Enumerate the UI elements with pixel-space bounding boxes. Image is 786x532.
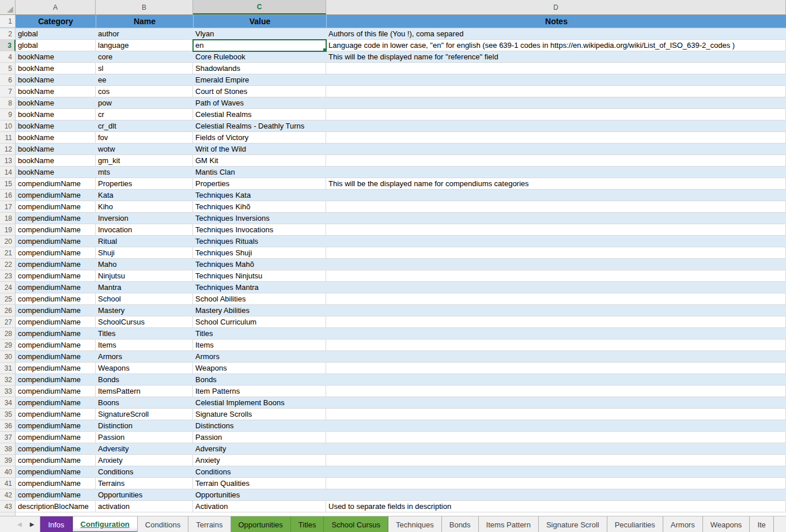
- cell-A41[interactable]: compendiumName: [16, 478, 96, 489]
- cell-D3[interactable]: Language code in lower case, "en" for en…: [326, 40, 786, 51]
- sheet-tab-peculiarities[interactable]: Peculiarities: [607, 516, 663, 532]
- cell-D24[interactable]: [326, 282, 786, 293]
- cell-A28[interactable]: compendiumName: [16, 328, 96, 339]
- cell-C6[interactable]: Emerald Empire: [193, 74, 326, 86]
- cell-A37[interactable]: compendiumName: [16, 432, 96, 443]
- cell-A36[interactable]: compendiumName: [16, 420, 96, 432]
- cell-C38[interactable]: Adversity: [193, 443, 326, 455]
- row-header-32[interactable]: 32: [0, 374, 16, 386]
- cell-D33[interactable]: [326, 386, 786, 397]
- column-header-A[interactable]: A: [16, 0, 96, 14]
- row-header-38[interactable]: 38: [0, 443, 16, 455]
- sheet-tab-titles[interactable]: Titles: [291, 516, 324, 532]
- cell-D19[interactable]: [326, 224, 786, 236]
- cell-A25[interactable]: compendiumName: [16, 293, 96, 305]
- cell-D23[interactable]: [326, 270, 786, 282]
- cell-B5[interactable]: sl: [96, 63, 193, 74]
- cell-B34[interactable]: Boons: [96, 397, 193, 409]
- cell-D40[interactable]: [326, 466, 786, 478]
- cell-A8[interactable]: bookName: [16, 97, 96, 109]
- cell-C12[interactable]: Writ of the Wild: [193, 144, 326, 155]
- next-sheet-arrow-icon[interactable]: ▶: [30, 522, 35, 527]
- cell-C18[interactable]: Techniques Inversions: [193, 213, 326, 224]
- row-header-17[interactable]: 17: [0, 201, 16, 213]
- column-header-B[interactable]: B: [96, 0, 193, 14]
- sheet-tab-signature-scroll[interactable]: Signature Scroll: [539, 516, 607, 532]
- cell-D8[interactable]: [326, 97, 786, 109]
- cell-C35[interactable]: Signature Scrolls: [193, 409, 326, 420]
- cell-A35[interactable]: compendiumName: [16, 409, 96, 420]
- cell-B27[interactable]: SchoolCursus: [96, 316, 193, 328]
- row-header-33[interactable]: 33: [0, 386, 16, 397]
- row-header-23[interactable]: 23: [0, 270, 16, 282]
- sheet-tab-weapons[interactable]: Weapons: [703, 516, 750, 532]
- sheet-tab-opportunities[interactable]: Opportunities: [231, 516, 291, 532]
- cell-D30[interactable]: [326, 351, 786, 363]
- cell-A3[interactable]: global: [16, 40, 96, 51]
- cell-A14[interactable]: bookName: [16, 167, 96, 178]
- cell-C39[interactable]: Anxiety: [193, 455, 326, 466]
- cell-A4[interactable]: bookName: [16, 51, 96, 63]
- row-header-19[interactable]: 19: [0, 224, 16, 236]
- select-all-button[interactable]: [0, 0, 16, 14]
- cell-A27[interactable]: compendiumName: [16, 316, 96, 328]
- cell-D26[interactable]: [326, 305, 786, 316]
- cell-B11[interactable]: fov: [96, 132, 193, 144]
- cell-A26[interactable]: compendiumName: [16, 305, 96, 316]
- cell-D27[interactable]: [326, 316, 786, 328]
- row-header-27[interactable]: 27: [0, 316, 16, 328]
- cell-B21[interactable]: Shuji: [96, 247, 193, 259]
- cell-A33[interactable]: compendiumName: [16, 386, 96, 397]
- cell-D4[interactable]: This will be the displayed name for "ref…: [326, 51, 786, 63]
- sheet-tab-conditions[interactable]: Conditions: [138, 516, 188, 532]
- cell-A40[interactable]: compendiumName: [16, 466, 96, 478]
- cell-A43[interactable]: descriptionBlocName: [16, 501, 96, 512]
- cell-C5[interactable]: Shadowlands: [193, 63, 326, 74]
- row-header-9[interactable]: 9: [0, 109, 16, 120]
- cell-C25[interactable]: School Abilities: [193, 293, 326, 305]
- row-header-20[interactable]: 20: [0, 236, 16, 247]
- column-header-C[interactable]: C: [193, 0, 326, 14]
- cell-C3[interactable]: en: [193, 40, 326, 51]
- row-header-40[interactable]: 40: [0, 466, 16, 478]
- cell-C29[interactable]: Items: [193, 339, 326, 351]
- cell-B31[interactable]: Weapons: [96, 363, 193, 374]
- cell-D43[interactable]: Used to separate fields in description: [326, 501, 786, 512]
- cell-D21[interactable]: [326, 247, 786, 259]
- cell-A30[interactable]: compendiumName: [16, 351, 96, 363]
- row-header-35[interactable]: 35: [0, 409, 16, 420]
- cell-D10[interactable]: [326, 120, 786, 132]
- cell-C31[interactable]: Weapons: [193, 363, 326, 374]
- row-header-29[interactable]: 29: [0, 339, 16, 351]
- cell-A17[interactable]: compendiumName: [16, 201, 96, 213]
- cell-D6[interactable]: [326, 74, 786, 86]
- cell-B9[interactable]: cr: [96, 109, 193, 120]
- cell-C4[interactable]: Core Rulebook: [193, 51, 326, 63]
- cell-B15[interactable]: Properties: [96, 178, 193, 190]
- cell-B4[interactable]: core: [96, 51, 193, 63]
- cell-B42[interactable]: Opportunities: [96, 489, 193, 501]
- cell-D9[interactable]: [326, 109, 786, 120]
- cell-B8[interactable]: pow: [96, 97, 193, 109]
- cell-D16[interactable]: [326, 190, 786, 201]
- cell-B2[interactable]: author: [96, 28, 193, 40]
- cell-B19[interactable]: Invocation: [96, 224, 193, 236]
- row-header-41[interactable]: 41: [0, 478, 16, 489]
- cell-D32[interactable]: [326, 374, 786, 386]
- row-header-42[interactable]: 42: [0, 489, 16, 501]
- cell-D13[interactable]: [326, 155, 786, 167]
- cell-B16[interactable]: Kata: [96, 190, 193, 201]
- row-header-43[interactable]: 43: [0, 501, 16, 512]
- cell-D17[interactable]: [326, 201, 786, 213]
- cell-B25[interactable]: School: [96, 293, 193, 305]
- cell-B36[interactable]: Distinction: [96, 420, 193, 432]
- cell-C36[interactable]: Distinctions: [193, 420, 326, 432]
- cell-B17[interactable]: Kiho: [96, 201, 193, 213]
- cell-B41[interactable]: Terrains: [96, 478, 193, 489]
- cell-B14[interactable]: mts: [96, 167, 193, 178]
- cell-B28[interactable]: Titles: [96, 328, 193, 339]
- sheet-tab-school-cursus[interactable]: School Cursus: [324, 516, 388, 532]
- cell-A16[interactable]: compendiumName: [16, 190, 96, 201]
- cell-C33[interactable]: Item Patterns: [193, 386, 326, 397]
- cell-C13[interactable]: GM Kit: [193, 155, 326, 167]
